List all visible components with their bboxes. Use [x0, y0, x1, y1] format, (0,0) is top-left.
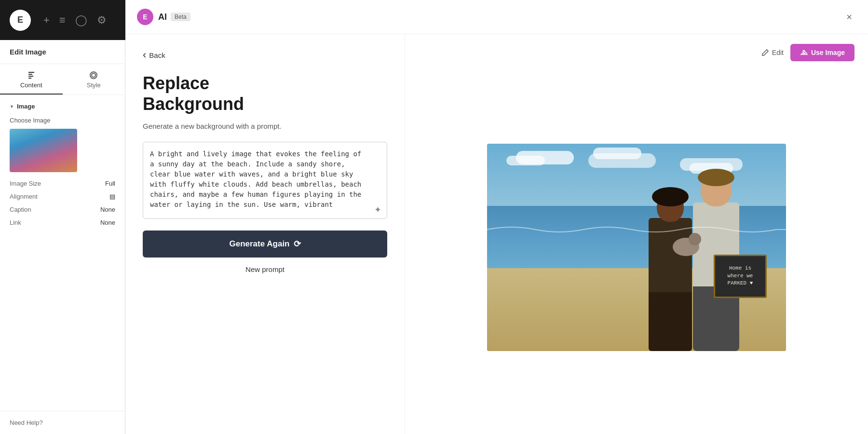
link-value: None — [100, 219, 115, 226]
caption-label: Caption — [10, 206, 31, 213]
cloud-4 — [588, 153, 656, 168]
add-icon[interactable]: + — [43, 14, 50, 27]
alignment-label: Alignment — [10, 193, 38, 200]
link-label: Link — [10, 219, 21, 226]
caption-value: None — [100, 206, 115, 213]
wave-svg — [487, 222, 786, 237]
edit-button[interactable]: Edit — [761, 49, 784, 56]
generate-icon: ⟳ — [294, 239, 301, 249]
sidebar-tabs: Content Style — [0, 64, 125, 95]
use-image-button[interactable]: Use Image — [790, 44, 854, 61]
preview-image-container: Home iswhere wePARKED ♥ — [419, 70, 854, 424]
preview-icon[interactable]: ⚙ — [97, 14, 107, 27]
new-prompt-link[interactable]: New prompt — [143, 265, 387, 273]
settings-icon[interactable]: ◯ — [75, 14, 87, 27]
prompt-wrapper: A bright and lively image that evokes th… — [143, 142, 387, 221]
prompt-textarea[interactable]: A bright and lively image that evokes th… — [143, 142, 387, 219]
right-panel: Edit Use Image — [405, 34, 868, 434]
image-size-label: Image Size — [10, 180, 41, 187]
dialog-close-button[interactable]: × — [842, 10, 856, 24]
ai-dialog: E AI Beta × Back Replace Background Gene… — [125, 0, 868, 434]
left-panel: Back Replace Background Generate a new b… — [125, 34, 405, 434]
image-thumbnail[interactable] — [10, 129, 77, 172]
choose-image-label: Choose Image — [10, 117, 115, 124]
layers-icon[interactable]: ≡ — [59, 14, 66, 27]
panel-subtitle: Generate a new background with a prompt. — [143, 122, 387, 130]
image-section-title: Image — [10, 103, 115, 110]
sign-text: Home iswhere wePARKED ♥ — [728, 265, 753, 287]
image-size-value: Full — [105, 180, 115, 187]
left-sidebar: Edit Image Content Style Image Choose Im… — [0, 40, 125, 434]
svg-point-0 — [92, 73, 95, 77]
sidebar-header: Edit Image — [0, 40, 125, 64]
alignment-icon[interactable]: ▤ — [109, 193, 115, 200]
cloud-2 — [506, 156, 545, 165]
sign-prop: Home iswhere wePARKED ♥ — [714, 255, 767, 298]
back-button[interactable]: Back — [143, 49, 387, 61]
beach-photo: Home iswhere wePARKED ♥ — [487, 144, 786, 351]
magic-icon: ✦ — [374, 204, 381, 215]
generate-again-button[interactable]: Generate Again ⟳ — [143, 231, 387, 258]
dialog-ai-label: AI — [158, 12, 167, 22]
sidebar-footer: Need Help? — [0, 411, 125, 434]
tab-content[interactable]: Content — [0, 64, 63, 95]
dialog-header: E AI Beta × — [125, 0, 868, 34]
dialog-logo: E — [137, 9, 153, 25]
elementor-logo[interactable]: E — [10, 10, 31, 31]
tab-style[interactable]: Style — [63, 64, 125, 95]
dialog-body: Back Replace Background Generate a new b… — [125, 34, 868, 434]
dog-figure — [673, 238, 706, 264]
woman-figure — [641, 192, 699, 351]
panel-title: Replace Background — [143, 73, 387, 114]
image-section: Image Choose Image Image Size Full Align… — [0, 95, 125, 240]
beta-badge: Beta — [171, 13, 190, 21]
preview-toolbar: Edit Use Image — [419, 44, 854, 61]
